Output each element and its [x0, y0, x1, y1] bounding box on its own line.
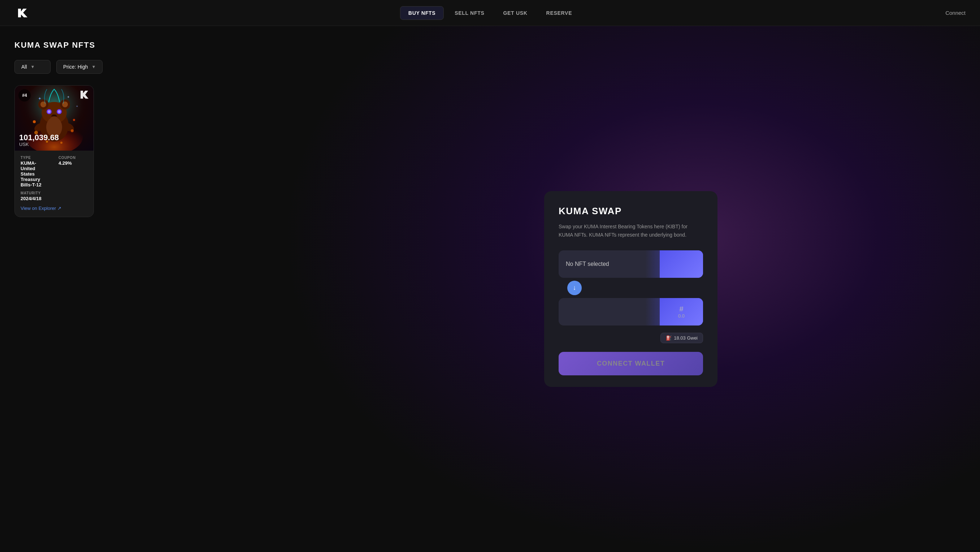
swap-input-right-gradient: [660, 250, 703, 278]
price-filter-chevron-icon: ▼: [91, 64, 96, 69]
nft-maturity-value: 2024/4/18: [21, 196, 88, 201]
svg-point-19: [73, 119, 75, 121]
view-explorer-link[interactable]: View on Explorer ↗: [21, 206, 88, 211]
nav-buy-nfts[interactable]: BUY NFTS: [400, 6, 444, 20]
swap-description: Swap your KUMA Interest Bearing Tokens h…: [558, 223, 703, 239]
svg-point-10: [48, 110, 51, 113]
filters-row: All ▼ Price: High ▼: [14, 60, 267, 74]
view-explorer-icon: ↗: [57, 206, 61, 211]
right-panel: KUMA SWAP Swap your KUMA Interest Bearin…: [282, 26, 980, 552]
nav-sell-nfts[interactable]: SELL NFTS: [447, 6, 492, 19]
nft-coupon-col: COUPON 4.29%: [59, 156, 88, 188]
page-title: KUMA SWAP NFTS: [14, 40, 267, 50]
nft-price-currency: USK: [19, 142, 59, 147]
type-filter-label: All: [21, 64, 27, 70]
svg-point-7: [62, 102, 68, 107]
swap-card: KUMA SWAP Swap your KUMA Interest Bearin…: [544, 191, 718, 387]
view-explorer-text: View on Explorer: [21, 206, 56, 211]
nft-type-col: TYPE KUMA-United States Treasury Bills-T…: [21, 156, 50, 188]
logo[interactable]: [14, 5, 30, 21]
svg-point-23: [60, 142, 62, 144]
price-filter-dropdown[interactable]: Price: High ▼: [56, 60, 103, 74]
nft-type-value: KUMA-United States Treasury Bills-T-12: [21, 160, 50, 188]
nft-image-wrapper: ✦ ✦ ✦ #4 101,039.68 USK: [15, 86, 94, 151]
nft-card[interactable]: ✦ ✦ ✦ #4 101,039.68 USK: [14, 85, 94, 217]
swap-output-box: # 0.0: [558, 298, 703, 325]
price-filter-label: Price: High: [63, 64, 88, 70]
nav-reserve[interactable]: RESERVE: [538, 6, 580, 19]
swap-divider-icon: ↓: [567, 281, 582, 295]
svg-point-11: [58, 110, 60, 113]
nft-grid: ✦ ✦ ✦ #4 101,039.68 USK: [14, 85, 267, 217]
nft-price-value: 101,039.68: [19, 134, 59, 142]
gas-label: 18.03 Gwei: [674, 335, 698, 341]
svg-point-18: [33, 120, 36, 123]
swap-output-right: # 0.0: [660, 298, 703, 325]
svg-text:✦: ✦: [38, 96, 41, 101]
main-content: KUMA SWAP NFTS All ▼ Price: High ▼: [0, 26, 980, 552]
left-panel: KUMA SWAP NFTS All ▼ Price: High ▼: [0, 26, 282, 552]
main-nav: BUY NFTS SELL NFTS GET USK RESERVE: [400, 6, 580, 20]
nav-get-usk[interactable]: GET USK: [495, 6, 535, 19]
nft-badge: #4: [18, 89, 31, 102]
nft-maturity-label: MATURITY: [21, 191, 88, 195]
nft-logo-icon: [79, 89, 90, 100]
svg-point-6: [40, 102, 46, 107]
nft-coupon-label: COUPON: [59, 156, 88, 160]
swap-output-num: 0.0: [678, 313, 685, 319]
swap-no-nft-text: No NFT selected: [566, 261, 609, 267]
gas-icon: ⛽: [666, 335, 671, 341]
swap-nft-input-box[interactable]: No NFT selected: [558, 250, 703, 278]
swap-output-hash: #: [679, 305, 683, 313]
swap-title: KUMA SWAP: [558, 206, 703, 217]
nft-type-label: TYPE: [21, 156, 50, 160]
nft-maturity-row: MATURITY 2024/4/18: [21, 191, 88, 201]
type-filter-dropdown[interactable]: All ▼: [14, 60, 51, 74]
svg-text:✦: ✦: [67, 95, 70, 99]
nft-coupon-value: 4.29%: [59, 160, 88, 166]
svg-text:✦: ✦: [76, 105, 78, 108]
gas-fee-row: ⛽ 18.03 Gwei: [558, 333, 703, 343]
nft-price: 101,039.68 USK: [19, 134, 59, 147]
svg-point-21: [71, 129, 74, 132]
type-filter-chevron-icon: ▼: [31, 64, 35, 69]
connect-wallet-button[interactable]: CONNECT WALLET: [558, 352, 703, 375]
swap-divider: ↓: [558, 281, 703, 295]
swap-nft-input-left: No NFT selected: [558, 261, 660, 267]
nft-type-coupon-row: TYPE KUMA-United States Treasury Bills-T…: [21, 156, 88, 188]
swap-input-wrapper: No NFT selected: [558, 250, 703, 278]
nft-details: TYPE KUMA-United States Treasury Bills-T…: [15, 151, 94, 217]
gas-badge: ⛽ 18.03 Gwei: [660, 333, 703, 343]
header-connect-button[interactable]: Connect: [945, 10, 966, 16]
header: BUY NFTS SELL NFTS GET USK RESERVE Conne…: [0, 0, 980, 26]
